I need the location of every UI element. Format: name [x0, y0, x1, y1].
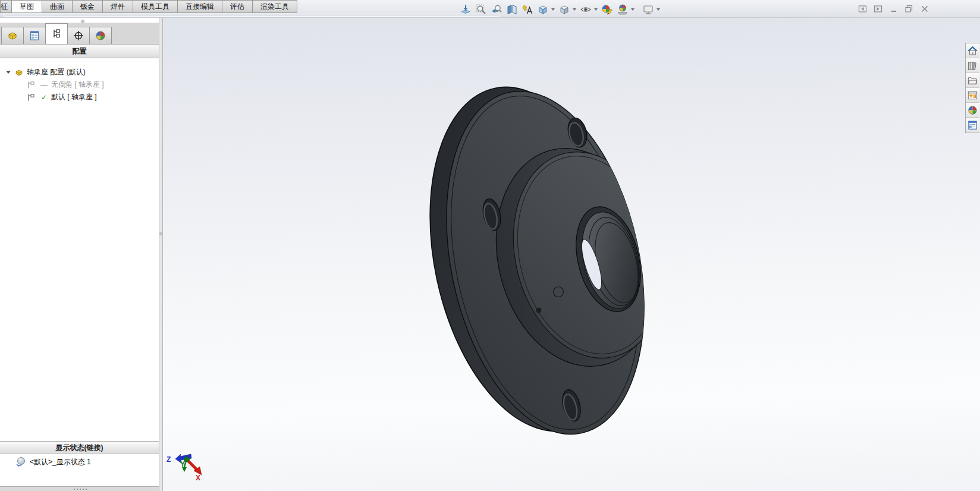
ribbon-tab-label: 渲染工具 [260, 2, 289, 11]
display-state-item[interactable]: <默认>_显示状态 1 [0, 455, 159, 468]
ribbon-tab-label: 草图 [20, 2, 34, 11]
config-label: 无倒角 [ 轴承座 ] [51, 80, 104, 90]
close-icon [921, 5, 929, 13]
splitter-dots [74, 489, 87, 490]
part-bearing-seat[interactable] [400, 68, 686, 453]
home-icon [967, 45, 978, 56]
ribbon-tab-label: 模具工具 [141, 2, 169, 11]
section-view-button[interactable] [504, 2, 520, 17]
close-button[interactable] [919, 4, 930, 14]
ribbon-tab-partial[interactable]: 征 [0, 0, 12, 13]
apply-scene-icon [617, 4, 629, 15]
panel-bottom-splitter[interactable] [0, 486, 159, 491]
tree-row-config-default[interactable]: ✓ 默认 [ 轴承座 ] [0, 91, 159, 103]
display-state-icon [15, 457, 26, 467]
restore-button[interactable] [903, 4, 915, 14]
apply-scene-dropdown[interactable] [631, 8, 635, 11]
tab-dimxpertmanager[interactable] [67, 27, 90, 44]
model-svg [163, 18, 980, 491]
ribbon-tab-bar: 征 草图 曲面 钣金 焊件 模具工具 直接编辑 评估 渲染工具 [0, 0, 297, 13]
window-controls [857, 4, 930, 14]
view-orientation-icon [537, 4, 549, 15]
view-settings-dropdown[interactable] [657, 8, 660, 11]
section-view-icon [506, 4, 518, 15]
view-palette-icon [967, 90, 978, 101]
propertymanager-icon [29, 30, 40, 42]
ribbon-tab-label: 曲面 [50, 2, 64, 11]
graphics-area[interactable]: Z Y X [163, 18, 980, 491]
hide-show-items-dropdown[interactable] [594, 8, 598, 11]
tree-row-root[interactable]: 轴承座 配置 (默认) [0, 66, 159, 78]
minimize-button[interactable] [888, 4, 899, 14]
displaymanager-icon [95, 30, 106, 42]
annotation-view-button[interactable] [520, 2, 535, 17]
tab-featuremanager-tree[interactable] [1, 27, 24, 44]
tab-displaymanager[interactable] [89, 27, 112, 44]
ribbon-tab-render-tools[interactable]: 渲染工具 [253, 0, 297, 13]
panel-top-grip[interactable] [0, 18, 159, 23]
ribbon-tab-label: 评估 [230, 2, 244, 11]
display-style-dropdown[interactable] [573, 8, 576, 11]
ribbon-tab-weldments[interactable]: 焊件 [103, 0, 133, 13]
hide-show-items-icon [580, 4, 592, 15]
triad-x-label: X [196, 474, 200, 481]
zoom-to-fit-button[interactable] [458, 2, 473, 17]
taskpane-view-palette-button[interactable] [966, 88, 979, 103]
configuration-header: 配置 [0, 45, 159, 58]
ribbon-tab-evaluate[interactable]: 评估 [222, 0, 253, 13]
tab-propertymanager[interactable] [23, 27, 46, 44]
dock-left-icon [858, 5, 867, 13]
taskpane-custom-properties-button[interactable] [966, 118, 979, 133]
taskpane-home-button[interactable] [966, 43, 979, 58]
configuration-flag-icon [27, 81, 36, 89]
taskpane-file-explorer-button[interactable] [966, 73, 979, 88]
zoom-to-area-button[interactable] [473, 2, 489, 17]
custom-properties-icon [967, 119, 978, 131]
display-style-icon [558, 4, 570, 15]
triad-x-axis [189, 461, 197, 470]
configuration-header-label: 配置 [73, 47, 87, 55]
ribbon-tab-surfaces[interactable]: 曲面 [42, 0, 73, 13]
task-pane [965, 43, 980, 133]
config-label: 默认 [ 轴承座 ] [51, 92, 97, 102]
ribbon-tab-sheet-metal[interactable]: 钣金 [73, 0, 103, 13]
dock-right-icon [874, 5, 882, 13]
configurationmanager-icon [51, 28, 62, 40]
minimize-icon [890, 5, 898, 13]
design-library-icon [967, 60, 978, 71]
appearances-scenes-icon [967, 105, 978, 116]
previous-view-button[interactable] [489, 2, 504, 17]
tree-row-config-nochamfer[interactable]: — 无倒角 [ 轴承座 ] [0, 78, 159, 91]
ribbon-tab-label: 焊件 [111, 2, 125, 11]
display-states-header-label: 显示状态(链接) [56, 443, 103, 452]
ribbon-tab-direct-editing[interactable]: 直接编辑 [178, 0, 222, 13]
config-state-marker: — [39, 81, 49, 89]
zoom-to-fit-icon [460, 4, 472, 15]
dock-right-button[interactable] [872, 4, 884, 14]
taskpane-appearances-scenes-button[interactable] [966, 103, 979, 118]
heads-up-view-toolbar [458, 2, 662, 17]
reference-triad: Z Y X [164, 433, 207, 481]
view-settings-button[interactable] [640, 2, 656, 17]
dock-left-button[interactable] [857, 4, 868, 14]
panel-vertical-splitter[interactable] [159, 18, 163, 491]
display-style-button[interactable] [557, 2, 572, 17]
part-config-icon [14, 68, 24, 77]
apply-scene-button[interactable] [615, 2, 630, 17]
ribbon-tab-label: 直接编辑 [186, 2, 214, 11]
file-explorer-icon [967, 75, 978, 86]
ribbon-tab-mold-tools[interactable]: 模具工具 [133, 0, 178, 13]
ribbon-tab-sketch[interactable]: 草图 [12, 0, 42, 13]
zoom-to-area-icon [475, 4, 487, 15]
taskpane-design-library-button[interactable] [966, 58, 979, 73]
tab-configurationmanager[interactable] [45, 23, 68, 44]
view-orientation-button[interactable] [535, 2, 551, 17]
triad-z-label: Z [167, 455, 171, 464]
view-orientation-dropdown[interactable] [551, 8, 555, 11]
edit-appearance-button[interactable] [599, 2, 615, 17]
top-bar: 征 草图 曲面 钣金 焊件 模具工具 直接编辑 评估 渲染工具 [0, 0, 980, 18]
ribbon-tab-label: 征 [1, 2, 8, 11]
hide-show-items-button[interactable] [578, 2, 593, 17]
previous-view-icon [491, 4, 502, 15]
expand-collapse-icon[interactable] [6, 71, 11, 74]
